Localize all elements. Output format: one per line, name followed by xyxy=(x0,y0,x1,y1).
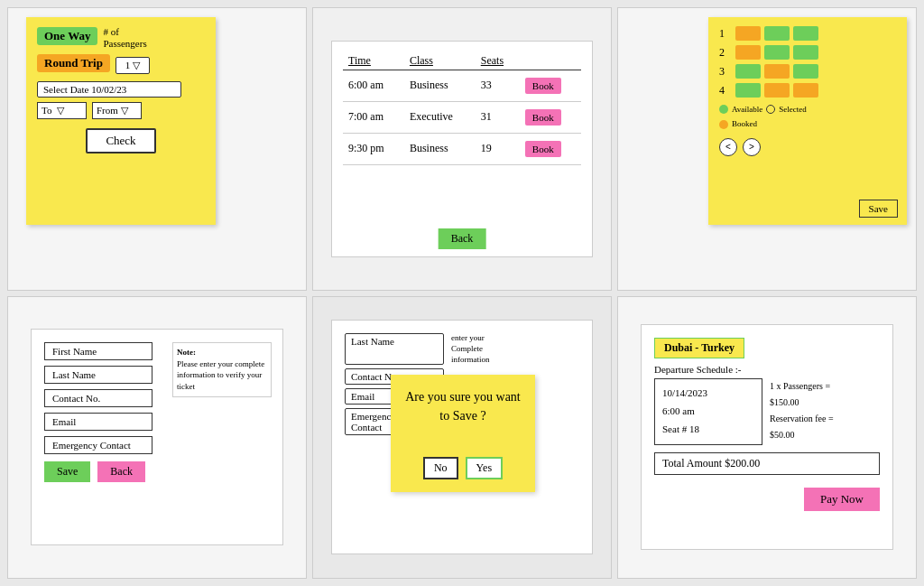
passenger-back-button[interactable]: Back xyxy=(97,461,145,482)
route-tag: Dubai - Turkey xyxy=(654,338,744,358)
yes-button[interactable]: Yes xyxy=(466,457,503,479)
table-row: 7:00 am Executive 31 Book xyxy=(343,101,581,133)
confirm-dialog: Are you sure you want to Save ? No Yes xyxy=(391,375,535,492)
next-button[interactable]: > xyxy=(743,138,761,156)
col-class: Class xyxy=(404,52,476,70)
book-button[interactable]: Book xyxy=(525,78,561,94)
seat-row-label: 3 xyxy=(719,65,732,79)
search-sticky: One Way # ofPassengers Round Trip 1 ▽ Se… xyxy=(26,17,216,225)
passenger-field[interactable]: Contact No. xyxy=(44,389,152,407)
passenger-field[interactable]: Last Name xyxy=(44,366,152,384)
seat-2-3[interactable] xyxy=(793,45,818,60)
seat-2-2[interactable] xyxy=(764,45,790,60)
seat-sticky: 1234 Available Selected Booked < > xyxy=(708,17,907,225)
schedule-back-button[interactable]: Back xyxy=(439,228,486,249)
passenger-save-button[interactable]: Save xyxy=(44,461,90,482)
cell-class: Business xyxy=(404,70,476,101)
prev-button[interactable]: < xyxy=(719,138,737,156)
cell-class: Executive xyxy=(404,101,476,133)
passengers-input[interactable]: 1 ▽ xyxy=(116,57,150,74)
cell-seats: 33 xyxy=(476,70,520,101)
note-box: Note: Please enter your complete informa… xyxy=(172,342,272,396)
cell-seats: 31 xyxy=(476,101,520,133)
cell-time: 6:00 am xyxy=(343,70,404,101)
legend-available: Available xyxy=(732,103,762,116)
seat-2-1[interactable] xyxy=(735,45,761,60)
cell-seats: 19 xyxy=(476,133,520,164)
cell-book[interactable]: Book xyxy=(520,133,581,164)
departure-label: Departure Schedule :- xyxy=(654,364,880,375)
summary-paper: Dubai - Turkey Departure Schedule :- 10/… xyxy=(641,324,893,550)
seat-3-1[interactable] xyxy=(735,64,761,79)
cell-time: 9:30 pm xyxy=(343,133,404,164)
cell-book[interactable]: Book xyxy=(520,101,581,133)
legend-selected: Selected xyxy=(779,103,807,116)
confirm-buttons: No Yes xyxy=(423,457,503,479)
seat-1-1[interactable] xyxy=(735,26,761,41)
seat-3-2[interactable] xyxy=(764,64,790,79)
reservation-price: $50.00 xyxy=(770,427,834,443)
seat-map: 1234 xyxy=(719,26,896,98)
schedule-table: Time Class Seats 6:00 am Business 33 Boo… xyxy=(343,52,581,165)
seat-row: 3 xyxy=(719,64,896,79)
cell-time: 7:00 am xyxy=(343,101,404,133)
seat-nav: < > xyxy=(719,138,761,156)
search-panel: One Way # ofPassengers Round Trip 1 ▽ Se… xyxy=(7,7,307,291)
to-select[interactable]: To ▽ xyxy=(37,102,87,119)
date-input[interactable]: Select Date 10/02/23 xyxy=(37,81,181,98)
price-details: 1 x Passengers = $150.00 Reservation fee… xyxy=(770,378,834,444)
passenger-panel: First NameLast NameContact No.EmailEmerg… xyxy=(7,296,307,580)
confirm-panel: Last Name enter yourCompleteinformation … xyxy=(312,296,612,580)
confirm-text: Are you sure you want to Save ? xyxy=(403,387,522,425)
table-row: 9:30 pm Business 19 Book xyxy=(343,133,581,164)
note-text: Please enter your complete information t… xyxy=(177,359,264,391)
no-button[interactable]: No xyxy=(423,457,458,479)
check-button[interactable]: Check xyxy=(86,128,155,153)
departure-time: 6:00 am xyxy=(662,403,754,421)
cell-book[interactable]: Book xyxy=(520,70,581,101)
col-time: Time xyxy=(343,52,404,70)
seat-4-1[interactable] xyxy=(735,83,761,98)
passengers-price-label: 1 x Passengers = xyxy=(770,378,834,395)
seat-4-3[interactable] xyxy=(793,83,818,98)
passenger-field[interactable]: Email xyxy=(44,413,152,431)
note-title: Note: xyxy=(177,348,196,357)
pay-button[interactable]: Pay Now xyxy=(804,488,880,511)
seat-row-label: 1 xyxy=(719,27,732,41)
seat-panel: 1234 Available Selected Booked < > xyxy=(617,7,917,291)
passengers-label: # ofPassengers xyxy=(103,26,146,50)
seat-save-button[interactable]: Save xyxy=(859,200,898,218)
col-action xyxy=(520,52,581,70)
from-select[interactable]: From ▽ xyxy=(92,102,142,119)
seat-row-label: 2 xyxy=(719,46,732,60)
book-button[interactable]: Book xyxy=(525,141,561,157)
table-row: 6:00 am Business 33 Book xyxy=(343,70,581,101)
total-price: $200.00 xyxy=(725,457,760,470)
summary-panel: Dubai - Turkey Departure Schedule :- 10/… xyxy=(617,296,917,580)
legend-booked: Booked xyxy=(732,117,757,130)
total-label: Total Amount xyxy=(662,457,722,470)
seat-row: 4 xyxy=(719,83,896,98)
seat-row: 1 xyxy=(719,26,896,41)
seat-1-3[interactable] xyxy=(793,26,818,41)
col-seats: Seats xyxy=(476,52,520,70)
departure-details: 10/14/2023 6:00 am Seat # 18 xyxy=(654,378,762,444)
seat-row: 2 xyxy=(719,45,896,60)
passengers-price: $150.00 xyxy=(770,395,834,411)
passenger-field[interactable]: Emergency Contact xyxy=(44,436,152,454)
passenger-paper: First NameLast NameContact No.EmailEmerg… xyxy=(31,329,283,545)
seat-row-label: 4 xyxy=(719,84,732,98)
seat-1-2[interactable] xyxy=(764,26,790,41)
seat-4-2[interactable] xyxy=(764,83,790,98)
passenger-field[interactable]: First Name xyxy=(44,342,152,360)
seat-number: Seat # 18 xyxy=(662,421,754,439)
legend: Available Selected Booked xyxy=(719,103,896,131)
total-box: Total Amount $200.00 xyxy=(654,452,880,475)
round-trip-option[interactable]: Round Trip xyxy=(37,54,110,72)
seat-3-3[interactable] xyxy=(793,64,818,79)
confirm-paper: Last Name enter yourCompleteinformation … xyxy=(331,320,593,554)
schedule-panel: Time Class Seats 6:00 am Business 33 Boo… xyxy=(312,7,612,291)
book-button[interactable]: Book xyxy=(525,109,561,126)
schedule-paper: Time Class Seats 6:00 am Business 33 Boo… xyxy=(331,41,593,257)
one-way-option[interactable]: One Way xyxy=(37,27,97,45)
